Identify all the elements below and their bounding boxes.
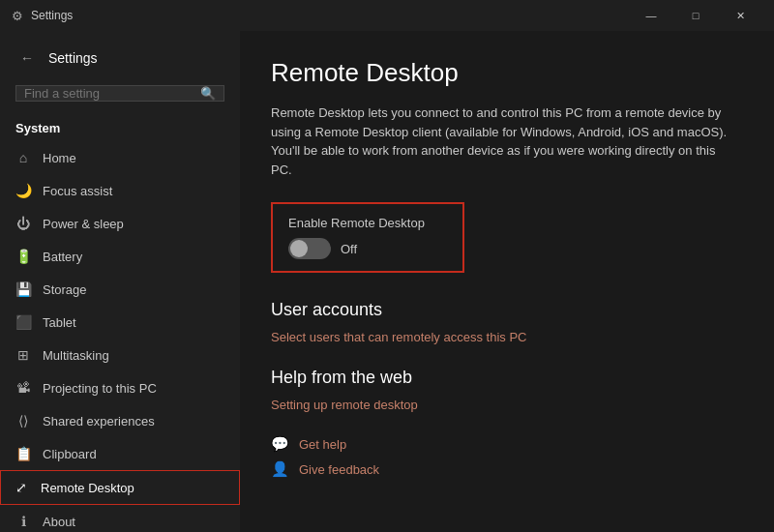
remote-desktop-toggle[interactable] (288, 238, 331, 259)
toggle-row: Off (288, 238, 447, 259)
title-bar-left: ⚙ Settings (12, 9, 73, 23)
content-area: Remote Desktop Remote Desktop lets you c… (240, 31, 774, 532)
title-bar-title: Settings (31, 9, 73, 22)
help-links-container: 💬Get help👤Give feedback (271, 435, 743, 478)
search-input[interactable] (24, 86, 200, 101)
close-button[interactable]: ✕ (718, 0, 762, 31)
maximize-button[interactable]: □ (673, 0, 718, 31)
sidebar-item-focus-assist[interactable]: 🌙Focus assist (0, 174, 240, 207)
app-container: ← Settings 🔍 System ⌂Home🌙Focus assist⏻P… (0, 31, 774, 532)
sidebar-item-multitasking[interactable]: ⊞Multitasking (0, 339, 240, 371)
minimize-button[interactable]: — (629, 0, 673, 31)
sidebar-item-remote-desktop[interactable]: ⤢Remote Desktop (0, 470, 240, 505)
help-icon-0: 💬 (271, 435, 289, 453)
toggle-knob (290, 240, 308, 257)
sidebar: ← Settings 🔍 System ⌂Home🌙Focus assist⏻P… (0, 31, 240, 532)
multitasking-label: Multitasking (43, 348, 109, 363)
shared-label: Shared experiences (43, 414, 155, 429)
sidebar-item-shared[interactable]: ⟨⟩Shared experiences (0, 404, 240, 437)
page-description: Remote Desktop lets you connect to and c… (271, 103, 735, 179)
enable-label: Enable Remote Desktop (288, 216, 447, 230)
title-bar-controls: — □ ✕ (629, 0, 762, 31)
sidebar-item-clipboard[interactable]: 📋Clipboard (0, 437, 240, 470)
sidebar-item-battery[interactable]: 🔋Battery (0, 240, 240, 273)
remote-desktop-icon: ⤢ (14, 480, 29, 495)
toggle-state: Off (341, 242, 357, 256)
storage-label: Storage (43, 282, 87, 297)
settings-icon: ⚙ (12, 9, 23, 23)
search-icon: 🔍 (200, 86, 216, 101)
tablet-icon: ⬛ (15, 314, 31, 330)
shared-icon: ⟨⟩ (15, 413, 31, 429)
sidebar-item-tablet[interactable]: ⬛Tablet (0, 306, 240, 339)
battery-icon: 🔋 (15, 249, 31, 264)
user-accounts-link[interactable]: Select users that can remotely access th… (271, 330, 743, 344)
help-icon-1: 👤 (271, 460, 289, 478)
help-link-1[interactable]: Give feedback (299, 462, 379, 477)
help-row-1[interactable]: 👤Give feedback (271, 460, 743, 478)
battery-label: Battery (43, 250, 82, 264)
clipboard-icon: 📋 (15, 446, 31, 461)
about-icon: ℹ (15, 514, 31, 529)
sidebar-item-about[interactable]: ℹAbout (0, 505, 240, 532)
home-icon: ⌂ (15, 150, 31, 165)
storage-icon: 💾 (15, 281, 31, 297)
focus-assist-label: Focus assist (43, 184, 112, 198)
help-setup-link[interactable]: Setting up remote desktop (271, 398, 743, 412)
power-sleep-label: Power & sleep (43, 217, 124, 231)
sidebar-app-title: Settings (48, 50, 98, 66)
multitasking-icon: ⊞ (15, 347, 31, 363)
search-box[interactable]: 🔍 (15, 85, 224, 102)
sidebar-item-power-sleep[interactable]: ⏻Power & sleep (0, 207, 240, 240)
about-label: About (43, 515, 75, 529)
projecting-label: Projecting to this PC (43, 381, 157, 396)
help-row-0[interactable]: 💬Get help (271, 435, 743, 453)
projecting-icon: 📽 (15, 380, 31, 396)
help-from-web-title: Help from the web (271, 368, 743, 388)
back-button[interactable]: ← (15, 46, 39, 70)
title-bar: ⚙ Settings — □ ✕ (0, 0, 774, 31)
sidebar-item-projecting[interactable]: 📽Projecting to this PC (0, 371, 240, 404)
tablet-label: Tablet (43, 315, 76, 330)
clipboard-label: Clipboard (43, 447, 97, 461)
sidebar-header: ← Settings (0, 31, 240, 77)
sidebar-item-home[interactable]: ⌂Home (0, 141, 240, 174)
help-link-0[interactable]: Get help (299, 437, 346, 452)
power-sleep-icon: ⏻ (15, 216, 31, 231)
sidebar-items-container: ⌂Home🌙Focus assist⏻Power & sleep🔋Battery… (0, 141, 240, 532)
sidebar-section-label: System (0, 109, 240, 141)
home-label: Home (43, 151, 76, 165)
user-accounts-title: User accounts (271, 300, 743, 320)
page-title: Remote Desktop (271, 58, 743, 88)
focus-assist-icon: 🌙 (15, 183, 31, 198)
remote-desktop-label: Remote Desktop (41, 481, 134, 495)
enable-remote-desktop-box: Enable Remote Desktop Off (271, 202, 464, 273)
sidebar-item-storage[interactable]: 💾Storage (0, 273, 240, 306)
